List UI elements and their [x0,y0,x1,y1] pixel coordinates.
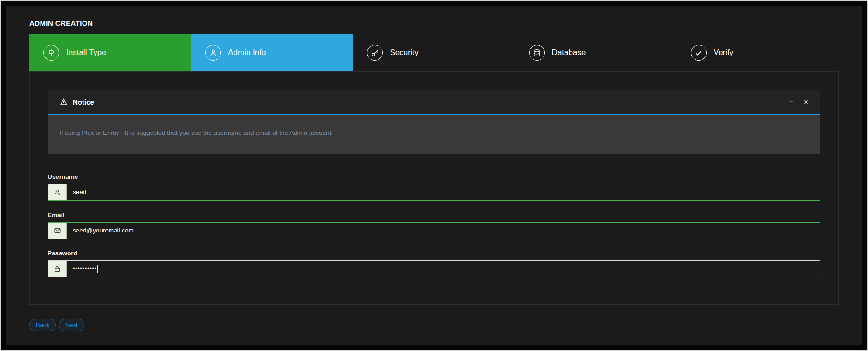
wizard-steps: Install Type Admin Info [29,34,839,71]
password-field-group: Password •••••••••• [48,250,820,277]
warning-icon [60,98,68,106]
password-input-wrap: •••••••••• [48,260,820,277]
notice-body: If using Plex or Emby - It is suggested … [48,115,820,154]
email-label: Email [48,211,820,218]
notice-box: Notice − × If using Plex or Emby - It is… [48,90,820,154]
next-button[interactable]: Next [59,319,84,331]
step-label: Database [552,48,586,57]
check-icon [691,45,707,61]
step-label: Verify [714,48,734,57]
setup-wizard-app: ADMIN CREATION Install Type [6,6,862,345]
step-security[interactable]: Security [353,34,515,71]
lock-icon [48,261,67,277]
step-label: Install Type [66,48,106,57]
email-input-wrap [48,222,820,239]
admin-info-panel: Notice − × If using Plex or Emby - It is… [29,71,839,305]
step-install-type[interactable]: Install Type [29,34,191,71]
envelope-icon [48,223,67,239]
notice-header: Notice − × [48,90,820,115]
step-label: Admin Info [228,48,266,57]
window-frame: ADMIN CREATION Install Type [0,0,868,351]
user-icon [48,184,67,200]
notice-text: If using Plex or Emby - It is suggested … [60,129,808,138]
text-caret [97,265,98,273]
key-icon [367,45,383,61]
notice-close-button[interactable]: × [804,98,808,106]
step-database[interactable]: Database [515,34,677,71]
email-field-group: Email [48,211,820,239]
user-icon [205,45,221,61]
back-button[interactable]: Back [29,319,56,331]
username-input-wrap [48,184,820,201]
notice-title: Notice [73,98,94,106]
notice-minimize-button[interactable]: − [789,98,793,106]
content-area: ADMIN CREATION Install Type [6,6,862,331]
database-icon [529,45,545,61]
wizard-actions: Back Next [29,319,839,331]
email-input[interactable] [67,223,820,239]
signpost-icon [43,45,59,61]
password-label: Password [48,250,820,257]
page-title: ADMIN CREATION [29,6,839,27]
step-verify[interactable]: Verify [677,34,839,71]
step-admin-info[interactable]: Admin Info [191,34,353,71]
password-masked-value: •••••••••• [73,266,97,272]
username-field-group: Username [48,173,820,201]
username-input[interactable] [67,184,820,200]
password-input[interactable]: •••••••••• [67,261,820,277]
username-label: Username [48,173,820,180]
step-label: Security [390,48,418,57]
